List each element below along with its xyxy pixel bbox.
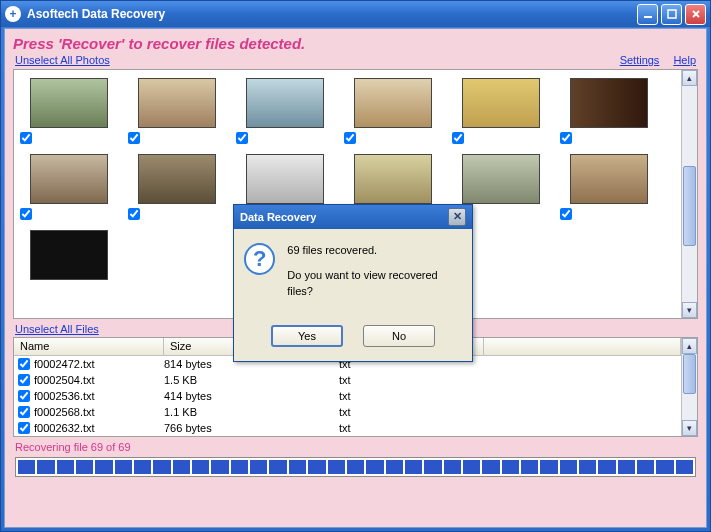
- file-ext: txt: [339, 406, 439, 418]
- file-ext: txt: [339, 422, 439, 434]
- photo-thumb[interactable]: [570, 154, 648, 204]
- file-name: f0002504.txt: [34, 374, 164, 386]
- photo-checkbox[interactable]: [344, 132, 356, 144]
- file-row[interactable]: f0002632.txt766 bytestxt: [14, 420, 681, 436]
- scroll-track[interactable]: [682, 86, 697, 302]
- photo-thumb[interactable]: [138, 154, 216, 204]
- file-name: f0002568.txt: [34, 406, 164, 418]
- file-row[interactable]: f0002536.txt414 bytestxt: [14, 388, 681, 404]
- photo-checkbox[interactable]: [560, 208, 572, 220]
- thumbnail-image: [138, 154, 216, 204]
- svg-rect-1: [668, 10, 676, 18]
- photo-thumb[interactable]: [246, 78, 324, 128]
- photo-checkbox[interactable]: [128, 208, 140, 220]
- dialog-body: ? 69 files recovered. Do you want to vie…: [234, 229, 472, 319]
- file-name: f0002536.txt: [34, 390, 164, 402]
- thumbnail-image: [570, 154, 648, 204]
- scroll-thumb[interactable]: [683, 354, 696, 394]
- thumbnail-image: [462, 78, 540, 128]
- photo-scrollbar[interactable]: ▴ ▾: [681, 70, 697, 318]
- thumbnail-image: [354, 154, 432, 204]
- recovery-dialog: Data Recovery ✕ ? 69 files recovered. Do…: [233, 204, 473, 362]
- photo-checkbox[interactable]: [20, 132, 32, 144]
- file-size: 1.1 KB: [164, 406, 339, 418]
- thumbnail-image: [462, 154, 540, 204]
- thumbnail-image: [30, 78, 108, 128]
- file-rows: f0002472.txt814 bytestxtf0002504.txt1.5 …: [14, 356, 681, 436]
- file-row[interactable]: f0002568.txt1.1 KBtxt: [14, 404, 681, 420]
- maximize-button[interactable]: [661, 4, 682, 25]
- dialog-buttons: Yes No: [234, 319, 472, 361]
- progress-bar: [15, 457, 696, 477]
- scroll-down-arrow-icon[interactable]: ▾: [682, 302, 697, 318]
- scroll-down-arrow-icon[interactable]: ▾: [682, 420, 697, 436]
- no-button[interactable]: No: [363, 325, 435, 347]
- file-checkbox[interactable]: [18, 406, 30, 418]
- settings-link[interactable]: Settings: [620, 54, 660, 66]
- photo-thumb[interactable]: [354, 154, 432, 204]
- file-size: 1.5 KB: [164, 374, 339, 386]
- dialog-title: Data Recovery: [240, 211, 448, 223]
- thumbnail-image: [30, 154, 108, 204]
- file-row[interactable]: f0002504.txt1.5 KBtxt: [14, 372, 681, 388]
- instruction-text: Press 'Recover' to recover files detecte…: [5, 29, 706, 54]
- help-link[interactable]: Help: [673, 54, 696, 66]
- question-icon: ?: [244, 243, 275, 275]
- photo-checkbox[interactable]: [128, 132, 140, 144]
- photo-checkbox[interactable]: [236, 132, 248, 144]
- svg-rect-0: [644, 16, 652, 18]
- window-controls: [637, 4, 706, 25]
- photo-thumb[interactable]: [30, 78, 108, 128]
- scroll-track[interactable]: [682, 354, 697, 420]
- photo-thumb[interactable]: [462, 154, 540, 204]
- file-name: f0002632.txt: [34, 422, 164, 434]
- titlebar[interactable]: + Asoftech Data Recovery: [1, 1, 710, 27]
- photo-checkbox[interactable]: [20, 208, 32, 220]
- scroll-thumb[interactable]: [683, 166, 696, 246]
- column-header-name[interactable]: Name: [14, 338, 164, 355]
- file-ext: txt: [339, 390, 439, 402]
- unselect-all-photos-link[interactable]: Unselect All Photos: [15, 54, 110, 66]
- app-icon: +: [5, 6, 21, 22]
- file-ext: txt: [339, 374, 439, 386]
- photo-thumb[interactable]: [138, 78, 216, 128]
- photo-thumb[interactable]: [246, 154, 324, 204]
- thumbnail-image: [30, 230, 108, 280]
- file-checkbox[interactable]: [18, 374, 30, 386]
- status-text: Recovering file 69 of 69: [5, 437, 706, 455]
- photo-thumb[interactable]: [354, 78, 432, 128]
- dialog-close-button[interactable]: ✕: [448, 208, 466, 226]
- dialog-titlebar[interactable]: Data Recovery ✕: [234, 205, 472, 229]
- thumbnail-image: [246, 78, 324, 128]
- yes-button[interactable]: Yes: [271, 325, 343, 347]
- dialog-line2: Do you want to view recovered files?: [287, 268, 462, 299]
- photo-thumb[interactable]: [30, 230, 108, 280]
- file-name: f0002472.txt: [34, 358, 164, 370]
- window-title: Asoftech Data Recovery: [27, 7, 637, 21]
- scroll-up-arrow-icon[interactable]: ▴: [682, 70, 697, 86]
- photo-thumb[interactable]: [462, 78, 540, 128]
- photo-checkbox[interactable]: [560, 132, 572, 144]
- thumbnail-image: [138, 78, 216, 128]
- minimize-button[interactable]: [637, 4, 658, 25]
- file-scrollbar[interactable]: ▴ ▾: [681, 338, 697, 436]
- app-window: + Asoftech Data Recovery Press 'Recover'…: [0, 0, 711, 532]
- scroll-up-arrow-icon[interactable]: ▴: [682, 338, 697, 354]
- unselect-all-files-link[interactable]: Unselect All Files: [15, 323, 99, 335]
- file-size: 414 bytes: [164, 390, 339, 402]
- photo-thumb[interactable]: [570, 78, 648, 128]
- dialog-text: 69 files recovered. Do you want to view …: [287, 243, 462, 309]
- top-links-row: Unselect All Photos Settings Help: [5, 54, 706, 69]
- dialog-line1: 69 files recovered.: [287, 243, 462, 258]
- thumbnail-image: [570, 78, 648, 128]
- file-checkbox[interactable]: [18, 422, 30, 434]
- photo-checkbox[interactable]: [452, 132, 464, 144]
- thumbnail-image: [354, 78, 432, 128]
- thumbnail-image: [246, 154, 324, 204]
- column-header-blank[interactable]: [484, 338, 681, 355]
- file-checkbox[interactable]: [18, 358, 30, 370]
- file-checkbox[interactable]: [18, 390, 30, 402]
- file-size: 766 bytes: [164, 422, 339, 434]
- close-button[interactable]: [685, 4, 706, 25]
- photo-thumb[interactable]: [30, 154, 108, 204]
